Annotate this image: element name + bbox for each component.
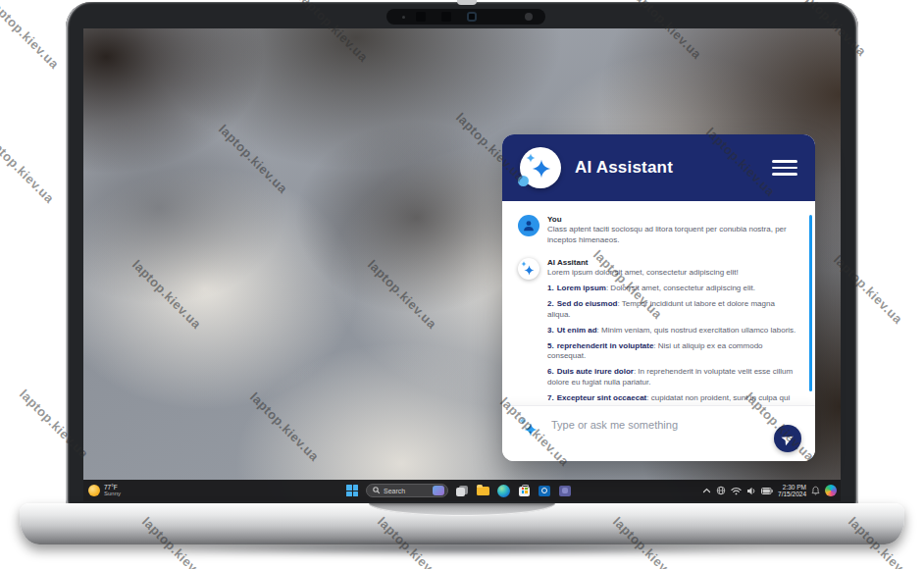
list-item: 3.Ut enim ad: Minim veniam, quis nostrud… [547, 326, 798, 336]
sun-icon [88, 485, 100, 496]
battery-icon[interactable] [761, 488, 773, 494]
chat-input-bar [502, 405, 815, 461]
list-term: Duis aute irure dolor [557, 367, 634, 376]
chevron-up-icon[interactable] [702, 488, 711, 493]
lid-thumb-scoop [369, 503, 555, 516]
webcam-lens-icon [467, 12, 477, 22]
panel-title: AI Assistant [575, 158, 673, 178]
status-dot [518, 176, 529, 186]
person-icon [522, 219, 536, 233]
sensor-window [441, 12, 451, 22]
store-icon[interactable] [518, 485, 531, 497]
assistant-avatar [520, 147, 561, 188]
weather-temp: 77°F [104, 484, 121, 491]
chat-header: AI Assistant [502, 134, 815, 201]
send-button[interactable] [774, 425, 801, 452]
laptop-shadow [33, 541, 891, 556]
list-term: Sed do eiusmod [557, 299, 618, 308]
clock-time: 2:30 PM [783, 484, 806, 491]
list-number: 3. [547, 326, 554, 335]
message-intro: Lorem ipsum dolor sit amet, consectetur … [547, 268, 798, 279]
list-item: 6.Duis aute irure dolor: In reprehenderi… [547, 367, 798, 388]
outlook-icon[interactable] [539, 485, 551, 497]
scrollbar[interactable] [809, 215, 812, 391]
taskbar-center: Search [346, 480, 572, 501]
weather-widget[interactable]: 77°F Sunny [88, 480, 121, 501]
list-term: Lorem ipsum [557, 284, 606, 292]
list-item: 2.Sed do eiusmod: Tempor incididunt ut l… [547, 299, 798, 320]
message-text: Class aptent taciti sociosqu ad litora t… [547, 225, 798, 245]
list-number: 6. [547, 367, 554, 376]
microphone-dot [402, 16, 405, 19]
message-assistant: AI Assitant Lorem ipsum dolor sit amet, … [518, 258, 799, 405]
network-globe-icon[interactable] [716, 486, 726, 495]
weather-condition: Sunny [104, 491, 121, 497]
notification-bell-icon[interactable] [811, 486, 820, 495]
watermark: laptop.kiev.ua [0, 131, 57, 206]
teams-icon[interactable] [559, 485, 572, 497]
list-number: 5. [547, 341, 554, 350]
list-text: : Minim veniam, quis nostrud exercitatio… [597, 326, 796, 335]
message-author: AI Assitant [547, 258, 798, 268]
sparkle-small-icon [526, 153, 536, 163]
task-view-icon[interactable] [456, 485, 469, 497]
message-author: You [547, 215, 798, 225]
list-item: 7.Excepteur sint occaecat: cupidatat non… [547, 393, 798, 406]
assistant-message-avatar [518, 258, 539, 280]
watermark: laptop.kiev.ua [0, 0, 62, 72]
clock[interactable]: 2:30 PM 7/15/2024 [778, 484, 806, 498]
volume-icon[interactable] [746, 487, 756, 495]
message-you: You Class aptent taciti sociosqu ad lito… [518, 215, 799, 245]
copilot-icon[interactable] [825, 485, 837, 496]
search-box[interactable]: Search [366, 484, 448, 497]
system-tray: 2:30 PM 7/15/2024 [702, 480, 837, 501]
taskbar: 77°F Sunny Search [83, 480, 841, 501]
ambient-sensor [525, 13, 533, 21]
sparkle-small-icon [521, 261, 527, 267]
sensor-window [416, 12, 426, 22]
menu-button[interactable] [772, 160, 797, 176]
list-item: 1.Lorem ipsum: Dolor sit amet, consectet… [547, 284, 798, 294]
ai-assistant-panel: AI Assistant You Class aptent taciti soc… [502, 134, 815, 461]
list-number: 1. [547, 284, 554, 292]
camera-bar [386, 9, 545, 25]
input-sparkle-icon [519, 417, 540, 439]
edge-icon[interactable] [497, 485, 510, 497]
search-icon [373, 487, 381, 494]
laptop-base [20, 503, 904, 544]
search-label: Search [384, 488, 405, 494]
file-explorer-icon[interactable] [477, 485, 489, 497]
user-avatar [518, 215, 539, 236]
search-daily-image [433, 486, 444, 495]
list-item: 5.reprehenderit in voluptate: Nisi ut al… [547, 341, 798, 362]
list-term: Ut enim ad [557, 326, 597, 335]
list-number: 2. [547, 299, 554, 308]
message-input[interactable] [549, 418, 779, 432]
messages-area: You Class aptent taciti sociosqu ad lito… [502, 201, 815, 405]
list-text: : Dolor sit amet, consectetur adipiscing… [606, 284, 755, 292]
list-term: Excepteur sint occaecat [557, 393, 647, 402]
clock-date: 7/15/2024 [778, 491, 806, 498]
list-number: 7. [547, 393, 554, 402]
paper-plane-icon [779, 430, 796, 447]
hamburger-icon [772, 160, 797, 163]
windows-start-button[interactable] [346, 485, 358, 496]
laptop-notch-tab [457, 0, 477, 5]
list-term: reprehenderit in voluptate [557, 341, 654, 350]
wifi-icon[interactable] [731, 487, 742, 495]
